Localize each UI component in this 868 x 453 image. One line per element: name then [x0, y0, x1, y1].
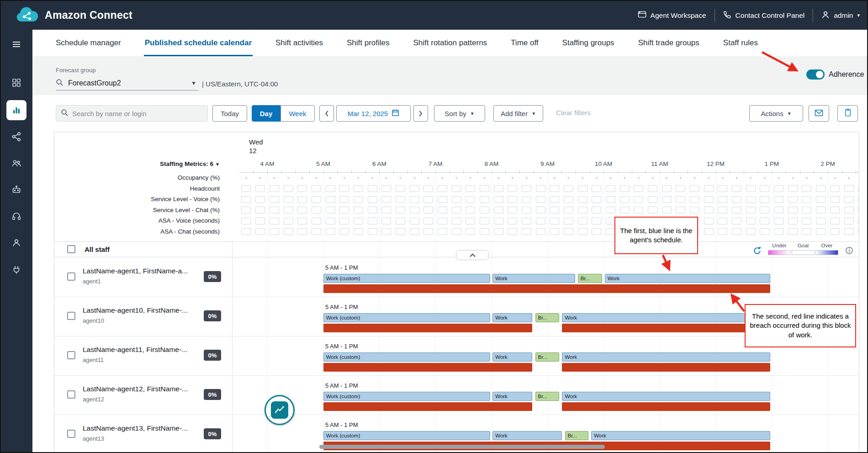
- messages-button[interactable]: [809, 105, 829, 122]
- legend-under-swatch: [768, 250, 791, 255]
- actions-dropdown[interactable]: Actions▼: [749, 105, 803, 122]
- tab-schedule-manager[interactable]: Schedule manager: [56, 30, 121, 56]
- break-segment[interactable]: Br...: [565, 431, 589, 440]
- break-segment[interactable]: Br...: [535, 392, 560, 401]
- integrations-icon[interactable]: [6, 260, 26, 280]
- quarter-tick: [856, 171, 856, 173]
- metric-cell: [396, 228, 405, 235]
- metric-cell: [550, 185, 559, 192]
- agent-login: agent1: [83, 278, 101, 285]
- work-segment[interactable]: Work: [562, 313, 770, 322]
- dashboard-grid-icon[interactable]: [6, 73, 26, 93]
- customer-profile-icon[interactable]: [6, 233, 26, 253]
- metrics-analytics-icon[interactable]: [6, 100, 26, 120]
- metric-cell: [368, 196, 377, 203]
- agent-checkbox[interactable]: [67, 272, 75, 281]
- menu-icon[interactable]: [6, 37, 26, 52]
- metric-cell: [718, 196, 727, 203]
- break-segment[interactable]: Br...: [578, 274, 602, 283]
- work-segment[interactable]: Work (custom): [323, 392, 491, 401]
- agent-checkbox[interactable]: [67, 312, 75, 320]
- work-segment[interactable]: Work: [562, 352, 770, 362]
- refresh-icon[interactable]: [753, 246, 762, 257]
- tab-staffing-groups[interactable]: Staffing groups: [562, 30, 614, 56]
- hour-label: 5 AM: [316, 160, 330, 167]
- work-segment[interactable]: Work: [492, 352, 532, 362]
- tab-shift-trade-groups[interactable]: Shift trade groups: [638, 30, 699, 56]
- break-segment[interactable]: Br...: [535, 313, 560, 322]
- metric-row-label: Occupancy (%): [54, 174, 220, 181]
- work-segment[interactable]: Work: [562, 392, 770, 401]
- hour-label: 8 AM: [484, 160, 498, 167]
- work-segment[interactable]: Work: [492, 313, 532, 322]
- search-input[interactable]: [72, 110, 203, 117]
- metric-cell: [270, 196, 279, 203]
- tab-shift-activities[interactable]: Shift activities: [275, 30, 323, 56]
- sort-by-dropdown[interactable]: Sort by▼: [434, 105, 485, 122]
- bot-icon[interactable]: [6, 180, 26, 200]
- chevron-down-icon: ▼: [215, 162, 220, 167]
- annotation-blue-note: The first, blue line is the agent's sche…: [614, 217, 698, 254]
- contact-control-panel-link[interactable]: Contact Control Panel: [723, 11, 805, 21]
- adherence-breach-bar: [562, 402, 770, 411]
- agent-checkbox[interactable]: [67, 390, 75, 399]
- work-segment[interactable]: Work: [492, 392, 532, 401]
- work-segment[interactable]: Work: [492, 274, 575, 283]
- date-picker-button[interactable]: Mar 12, 2025: [336, 105, 411, 122]
- work-segment[interactable]: Work (custom): [323, 352, 491, 362]
- metric-cell: [508, 218, 517, 224]
- work-segment[interactable]: Work: [492, 431, 562, 440]
- info-icon[interactable]: [846, 247, 853, 256]
- agent-workspace-link[interactable]: Agent Workspace: [638, 11, 706, 20]
- staffing-metrics-toggle[interactable]: Staffing Metrics: 6▼: [54, 160, 220, 167]
- previous-day-button[interactable]: [319, 105, 334, 122]
- metric-cell: [788, 196, 798, 203]
- metric-cell: [522, 207, 531, 213]
- clipboard-button[interactable]: [837, 105, 858, 122]
- agent-checkbox[interactable]: [67, 430, 75, 438]
- metric-empty-value: -: [722, 174, 724, 181]
- metric-cell: [788, 185, 798, 192]
- adherence-toggle[interactable]: [806, 69, 825, 80]
- top-bar: Amazon Connect Agent Workspace Contact C…: [1, 1, 867, 30]
- today-button[interactable]: Today: [212, 105, 247, 122]
- tab-shift-rotation-patterns[interactable]: Shift rotation patterns: [413, 30, 487, 56]
- break-segment[interactable]: Br...: [535, 352, 560, 362]
- week-view-button[interactable]: Week: [281, 105, 315, 122]
- work-segment[interactable]: Work (custom): [323, 313, 491, 322]
- users-icon[interactable]: [6, 153, 26, 173]
- all-staff-checkbox[interactable]: [67, 245, 75, 253]
- headset-icon[interactable]: [6, 206, 26, 226]
- horizontal-scrollbar[interactable]: [319, 445, 605, 449]
- metric-cell: [508, 207, 517, 213]
- metric-cell: [326, 218, 335, 224]
- agent-checkbox[interactable]: [67, 351, 75, 359]
- metric-cell: [284, 218, 293, 224]
- adherence-label: Adherence: [829, 70, 864, 79]
- metric-cell: [718, 185, 727, 192]
- weekday-label: Wed: [249, 138, 263, 146]
- metric-cell: [816, 218, 826, 224]
- tab-shift-profiles[interactable]: Shift profiles: [347, 30, 390, 56]
- collapse-metrics-button[interactable]: [456, 250, 489, 260]
- metric-cell: [522, 185, 531, 192]
- work-segment[interactable]: Work (custom): [323, 431, 491, 440]
- metric-cell: [466, 218, 475, 224]
- tab-staff-rules[interactable]: Staff rules: [723, 30, 758, 56]
- add-filter-dropdown[interactable]: Add filter▼: [493, 105, 543, 122]
- quarter-tick: [421, 171, 422, 173]
- next-day-button[interactable]: [413, 105, 428, 122]
- routing-flows-icon[interactable]: [6, 127, 26, 147]
- metric-cell: [438, 207, 447, 213]
- work-segment[interactable]: Work: [605, 274, 770, 283]
- day-view-button[interactable]: Day: [252, 105, 281, 122]
- tab-published-schedule-calendar[interactable]: Published schedule calendar: [145, 30, 252, 56]
- tab-time-off[interactable]: Time off: [511, 30, 538, 56]
- work-segment[interactable]: Work (custom): [323, 274, 491, 283]
- work-segment[interactable]: Work: [591, 431, 770, 440]
- metric-empty-value: -: [820, 174, 821, 181]
- clear-filters-link[interactable]: Clear filters: [556, 109, 591, 117]
- user-menu[interactable]: admin ▾: [821, 11, 860, 21]
- forecast-group-select[interactable]: ForecastGroup2 ▼: [56, 76, 198, 91]
- metric-cell: [830, 207, 840, 213]
